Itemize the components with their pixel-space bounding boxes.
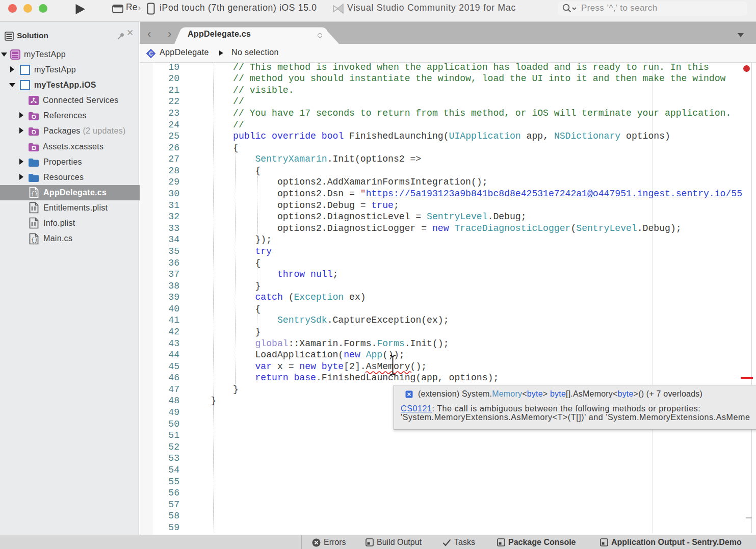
svg-text:{}: {} bbox=[31, 191, 38, 197]
svg-text:C: C bbox=[149, 51, 152, 57]
svg-text:{}: {} bbox=[31, 237, 38, 243]
